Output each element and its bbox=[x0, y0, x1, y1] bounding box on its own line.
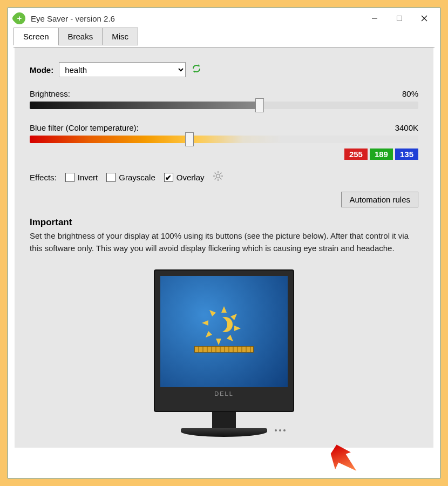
colortemp-value: 3400K bbox=[395, 123, 418, 132]
rgb-blue: 135 bbox=[395, 148, 418, 160]
app-window: Eye Saver - version 2.6 Screen Breaks Mi… bbox=[8, 8, 440, 478]
invert-label: Invert bbox=[78, 173, 98, 182]
svg-line-13 bbox=[221, 173, 222, 174]
brightness-block: Brightness: 80% bbox=[30, 89, 418, 109]
colortemp-block: Blue filter (Color temperature): 3400K 2… bbox=[30, 123, 418, 160]
overlay-label: Overlay bbox=[177, 173, 205, 182]
sun-moon-icon bbox=[209, 310, 239, 341]
window-title: Eye Saver - version 2.6 bbox=[31, 14, 362, 23]
tab-breaks[interactable]: Breaks bbox=[58, 28, 103, 45]
svg-rect-1 bbox=[397, 16, 402, 21]
colortemp-thumb[interactable] bbox=[185, 132, 194, 146]
brightness-label: Brightness: bbox=[30, 89, 70, 98]
svg-point-6 bbox=[216, 174, 220, 178]
invert-checkbox[interactable]: Invert bbox=[65, 173, 98, 182]
effects-label: Effects: bbox=[30, 173, 57, 182]
tab-screen[interactable]: Screen bbox=[13, 28, 59, 45]
checkbox-icon bbox=[106, 173, 116, 182]
monitor-illustration: DELL bbox=[30, 269, 418, 437]
minimize-button[interactable] bbox=[362, 10, 387, 27]
app-shield-icon bbox=[11, 10, 28, 26]
window-controls bbox=[362, 10, 437, 27]
tabstrip: Screen Breaks Misc Mode: health bbox=[8, 29, 440, 448]
brightness-value: 80% bbox=[402, 89, 418, 98]
colortemp-slider[interactable] bbox=[30, 136, 418, 143]
screen-panel: Mode: health Brightness: 80% bbox=[15, 47, 433, 448]
grayscale-checkbox[interactable]: Grayscale bbox=[106, 173, 155, 182]
grayscale-label: Grayscale bbox=[119, 173, 155, 182]
automation-rules-button[interactable]: Automation rules bbox=[341, 192, 418, 207]
brightness-slider[interactable] bbox=[30, 102, 418, 109]
rgb-red: 255 bbox=[344, 148, 368, 160]
checkbox-icon bbox=[65, 173, 74, 182]
svg-line-12 bbox=[221, 178, 222, 179]
title-bar: Eye Saver - version 2.6 bbox=[8, 8, 440, 29]
overlay-checkbox[interactable]: ✔ Overlay bbox=[164, 173, 205, 182]
maximize-button[interactable] bbox=[387, 10, 412, 27]
mode-select[interactable]: health bbox=[59, 62, 186, 77]
tab-misc[interactable]: Misc bbox=[102, 28, 138, 45]
checkbox-checked-icon: ✔ bbox=[164, 173, 173, 182]
colortemp-label: Blue filter (Color temperature): bbox=[30, 123, 139, 132]
monitor-buttons-icon bbox=[275, 429, 286, 431]
monitor-brand: DELL bbox=[160, 390, 288, 397]
svg-line-14 bbox=[215, 178, 216, 179]
svg-line-11 bbox=[215, 173, 216, 174]
mode-label: Mode: bbox=[30, 65, 53, 75]
brightness-bar-icon bbox=[194, 346, 254, 353]
important-heading: Important bbox=[30, 217, 418, 228]
important-section: Important Set the brightness of your dis… bbox=[30, 217, 418, 254]
refresh-icon[interactable] bbox=[191, 63, 202, 77]
gear-icon[interactable] bbox=[213, 171, 223, 184]
effects-row: Effects: Invert Grayscale ✔ Overlay bbox=[30, 171, 418, 184]
brightness-thumb[interactable] bbox=[255, 98, 264, 112]
important-body: Set the brightness of your display at 10… bbox=[30, 230, 418, 254]
svg-marker-15 bbox=[328, 441, 358, 477]
close-button[interactable] bbox=[412, 10, 437, 27]
rgb-green: 189 bbox=[370, 148, 393, 160]
rgb-readout: 255 189 135 bbox=[30, 148, 418, 160]
